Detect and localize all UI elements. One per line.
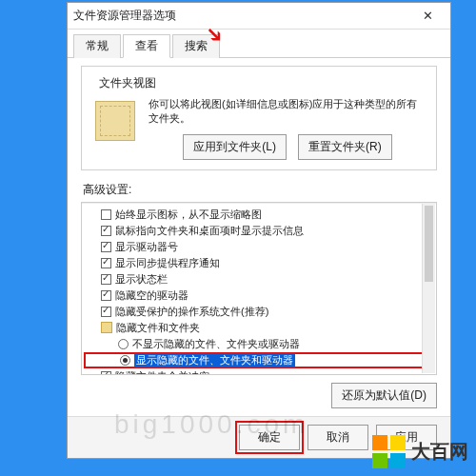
item-label: 始终显示图标，从不显示缩略图: [115, 208, 262, 222]
checkbox-icon[interactable]: [101, 371, 111, 375]
item-label: 隐藏文件夹合并冲突: [115, 369, 209, 375]
item-label: 显示驱动器号: [115, 240, 178, 254]
scrollbar[interactable]: [422, 204, 435, 373]
advanced-item[interactable]: 隐藏空的驱动器: [84, 288, 434, 304]
folder-view-description: 你可以将此视图(如详细信息或图标)应用于这种类型的所有文件夹。: [149, 97, 426, 127]
cancel-button[interactable]: 取消: [307, 425, 368, 450]
ok-button[interactable]: 确定: [239, 425, 300, 450]
restore-defaults-button[interactable]: 还原为默认值(D): [331, 383, 437, 408]
apply-to-folders-button[interactable]: 应用到文件夹(L): [183, 134, 287, 160]
checkbox-icon[interactable]: [101, 290, 111, 301]
folder-icon: [101, 322, 112, 333]
item-label: 显示状态栏: [115, 272, 168, 287]
checkbox-icon[interactable]: [101, 242, 111, 252]
folder-view-label: 文件夹视图: [95, 75, 160, 91]
advanced-settings-label: 高级设置:: [83, 182, 437, 198]
item-label: 显示同步提供程序通知: [115, 256, 220, 270]
radio-icon[interactable]: [120, 355, 130, 366]
reset-folders-button[interactable]: 重置文件夹(R): [298, 134, 392, 160]
advanced-item[interactable]: 隐藏文件和文件夹: [84, 320, 434, 336]
advanced-item[interactable]: 不显示隐藏的文件、文件夹或驱动器: [84, 336, 434, 352]
advanced-item[interactable]: 鼠标指向文件夹和桌面项时显示提示信息: [84, 223, 434, 239]
checkbox-icon[interactable]: [101, 209, 111, 220]
advanced-item[interactable]: 显示同步提供程序通知: [84, 255, 434, 271]
checkbox-icon[interactable]: [101, 258, 111, 268]
item-label: 不显示隐藏的文件、文件夹或驱动器: [132, 337, 300, 351]
item-label: 隐藏文件和文件夹: [116, 321, 200, 335]
item-label: 隐藏空的驱动器: [115, 288, 188, 303]
tab-view[interactable]: 查看: [123, 34, 170, 58]
scroll-thumb[interactable]: [425, 206, 433, 282]
advanced-item[interactable]: 显示状态栏: [84, 271, 434, 288]
dialog-title: 文件资源管理器选项: [73, 8, 410, 24]
folder-icon: [95, 101, 135, 141]
folder-view-group: 文件夹视图 你可以将此视图(如详细信息或图标)应用于这种类型的所有文件夹。 应用…: [81, 66, 437, 170]
advanced-item[interactable]: 显示驱动器号: [84, 239, 434, 255]
tab-general[interactable]: 常规: [73, 34, 121, 58]
advanced-settings-list[interactable]: 始终显示图标，从不显示缩略图鼠标指向文件夹和桌面项时显示提示信息显示驱动器号显示…: [81, 202, 437, 375]
item-label: 显示隐藏的文件、文件夹和驱动器: [134, 353, 295, 367]
advanced-item[interactable]: 隐藏文件夹合并冲突: [84, 368, 434, 375]
tab-strip: 常规 查看 搜索: [68, 30, 450, 58]
checkbox-icon[interactable]: [101, 226, 111, 236]
item-label: 隐藏受保护的操作系统文件(推荐): [115, 305, 268, 319]
folder-options-dialog: ➔ 文件资源管理器选项 ✕ 常规 查看 搜索 文件夹视图 你可以将此视图(如详细…: [67, 2, 451, 459]
checkbox-icon[interactable]: [101, 307, 111, 317]
advanced-item[interactable]: 显示隐藏的文件、文件夹和驱动器: [84, 352, 434, 368]
radio-icon[interactable]: [118, 339, 129, 349]
dialog-content: 文件夹视图 你可以将此视图(如详细信息或图标)应用于这种类型的所有文件夹。 应用…: [68, 58, 450, 416]
item-label: 鼠标指向文件夹和桌面项时显示提示信息: [115, 224, 304, 238]
titlebar: 文件资源管理器选项 ✕: [68, 3, 450, 30]
checkbox-icon[interactable]: [101, 274, 111, 285]
close-icon[interactable]: ✕: [410, 9, 445, 23]
advanced-item[interactable]: 始终显示图标，从不显示缩略图: [84, 207, 434, 223]
logo-text: 大百网: [411, 439, 468, 465]
site-logo: 大百网: [372, 435, 468, 468]
advanced-item[interactable]: 隐藏受保护的操作系统文件(推荐): [84, 304, 434, 320]
